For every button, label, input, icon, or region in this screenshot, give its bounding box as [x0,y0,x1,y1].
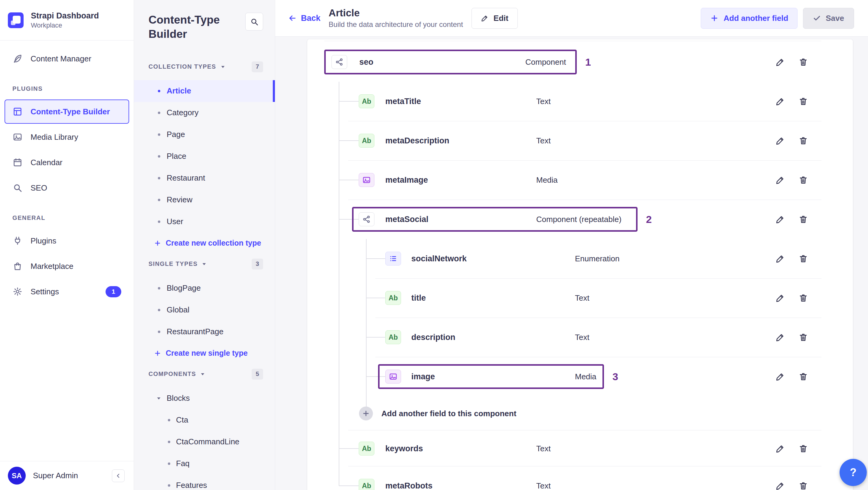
delete-metaRobots-button[interactable] [797,480,809,490]
component-group-blocks[interactable]: Blocks [134,388,275,409]
field-row-keywords[interactable]: AbkeywordsText [307,429,853,468]
trash-icon [799,332,808,342]
subnav-item-category[interactable]: Category [134,102,275,124]
edit-keywords-button[interactable] [774,442,786,455]
field-row-seo[interactable]: seoComponent [307,42,853,82]
delete-seo-button[interactable] [797,56,809,68]
add-field-circle-button[interactable] [359,406,373,421]
bullet-icon [158,287,160,289]
seo-icon [12,183,23,193]
sidebar-item-label: Content Manager [31,54,91,63]
bullet-icon [168,462,170,465]
pencil-icon [775,332,785,342]
subnav-item-article[interactable]: Article [134,80,275,102]
subnav-item-place[interactable]: Place [134,146,275,167]
field-row-image[interactable]: imageMedia [307,357,853,396]
edit-socialNetwork-button[interactable] [774,252,786,265]
field-row-metaSocial[interactable]: metaSocialComponent (repeatable) [307,200,853,239]
trash-icon [799,444,808,453]
edit-metaSocial-button[interactable] [774,213,786,225]
section-header-components[interactable]: COMPONENTS5 [134,366,275,382]
edit-metaTitle-button[interactable] [774,95,786,108]
subnav-item-page[interactable]: Page [134,124,275,146]
edit-description-button[interactable] [774,331,786,343]
subnav-section-collection-types: COLLECTION TYPES7ArticleCategoryPagePlac… [134,58,275,254]
field-row-metaRobots[interactable]: AbmetaRobotsText [307,466,853,490]
gear-icon [12,286,23,297]
page-subtitle: Build the data architecture of your cont… [329,20,463,29]
section-count-badge: 7 [252,61,263,72]
subnav-item-blogpage[interactable]: BlogPage [134,277,275,299]
delete-socialNetwork-button[interactable] [797,252,809,265]
delete-image-button[interactable] [797,370,809,382]
subnav-item-user[interactable]: User [134,211,275,233]
edit-image-button[interactable] [774,370,786,382]
subnav-item-review[interactable]: Review [134,189,275,211]
content-manager-icon [12,54,23,64]
subnav-item-cta[interactable]: Cta [134,409,275,431]
bullet-icon [158,220,160,223]
create-new-single-type-link[interactable]: Create new single type [134,343,275,364]
subnav-item-global[interactable]: Global [134,299,275,321]
fields-list-card: seoComponentAbmetaTitleTextAbmetaDescrip… [307,39,853,490]
subnav-item-restaurantpage[interactable]: RestaurantPage [134,321,275,343]
sidebar-item-calendar[interactable]: Calendar [4,150,129,175]
sidebar-item-plugins[interactable]: Plugins [4,229,129,253]
sidebar-item-label: Plugins [31,236,56,246]
section-header-single-types[interactable]: SINGLE TYPES3 [134,255,275,273]
delete-metaSocial-button[interactable] [797,213,809,225]
bullet-icon [158,155,160,158]
add-field-to-component-row[interactable]: Add another field to this component [307,394,853,433]
field-row-socialNetwork[interactable]: socialNetworkEnumeration [307,239,853,278]
create-new-collection-type-link[interactable]: Create new collection type [134,233,275,254]
sidebar-item-marketplace[interactable]: Marketplace [4,254,129,278]
field-row-metaImage[interactable]: metaImageMedia [307,160,853,200]
subnav-item-label: Restaurant [167,173,205,183]
sidebar-item-label: Calendar [31,158,63,167]
subnav-item-restaurant[interactable]: Restaurant [134,167,275,189]
edit-metaImage-button[interactable] [774,174,786,186]
sidebar-item-seo[interactable]: SEO [4,176,129,200]
edit-metaRobots-button[interactable] [774,480,786,490]
search-button[interactable] [245,13,263,31]
delete-metaTitle-button[interactable] [797,95,809,108]
enum-field-icon [385,252,401,266]
edit-button[interactable]: Edit [471,8,518,29]
edit-metaDescription-button[interactable] [774,134,786,147]
subnav-item-label: Review [167,195,192,205]
edit-seo-button[interactable] [774,56,786,68]
bullet-icon [158,90,160,92]
app-root: Strapi Dashboard Workplace Content Manag… [0,0,868,490]
save-button[interactable]: Save [803,8,854,29]
back-link[interactable]: Back [288,13,320,23]
text-field-icon: Ab [385,330,401,344]
field-row-metaDescription[interactable]: AbmetaDescriptionText [307,121,853,160]
edit-title-button[interactable] [774,292,786,304]
subnav-item-features[interactable]: Features [134,474,275,490]
sidebar-item-settings[interactable]: Settings1 [4,279,129,304]
delete-title-button[interactable] [797,292,809,304]
section-header-collection-types[interactable]: COLLECTION TYPES7 [134,58,275,75]
pencil-icon [775,214,785,224]
delete-metaDescription-button[interactable] [797,134,809,147]
subnav-item-ctacommandline[interactable]: CtaCommandLine [134,431,275,453]
field-row-metaTitle[interactable]: AbmetaTitleText [307,82,853,121]
field-type: Text [575,333,589,342]
media-library-icon [12,132,23,142]
help-button[interactable]: ? [840,459,867,486]
field-row-description[interactable]: AbdescriptionText [307,317,853,357]
sidebar-item-media-library[interactable]: Media Library [4,125,129,149]
add-another-field-button[interactable]: Add another field [701,8,798,29]
subnav-sections: COLLECTION TYPES7ArticleCategoryPagePlac… [134,58,275,490]
sidebar-item-content-manager[interactable]: Content Manager [4,47,129,71]
delete-metaImage-button[interactable] [797,174,809,186]
pencil-icon [775,254,785,264]
user-name: Super Admin [33,471,105,480]
subnav-item-faq[interactable]: Faq [134,453,275,474]
collapse-sidebar-button[interactable] [112,469,125,482]
sidebar-item-content-type-builder[interactable]: Content-Type Builder [4,99,129,124]
delete-description-button[interactable] [797,331,809,343]
nav-section-label: GENERAL [4,201,129,227]
delete-keywords-button[interactable] [797,442,809,455]
field-row-title[interactable]: AbtitleText [307,278,853,317]
